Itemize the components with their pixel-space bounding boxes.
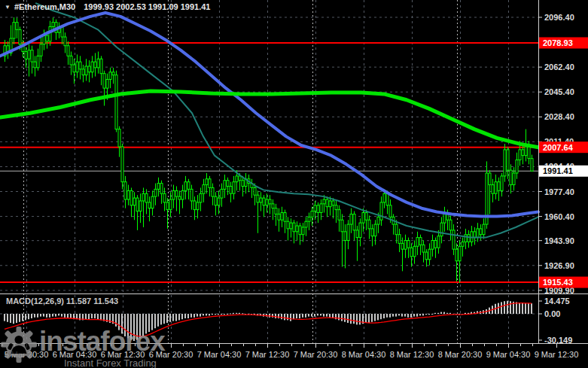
time-tick-label: 6 Mar 04:30 [53,350,97,359]
candle-body [154,189,157,196]
candle-body [519,150,521,160]
macd-bar [197,314,198,317]
candle-body [452,230,455,249]
candle-body [19,29,21,44]
candle-body [91,62,93,72]
macd-bar [49,314,50,318]
macd-bar [449,313,451,314]
macd-bar [154,314,156,328]
macd-bar [130,314,132,340]
macd-bar [163,314,165,324]
macd-bar [326,314,328,317]
macd-bar [419,314,421,315]
candle-body [221,189,223,198]
candle-body [422,245,425,252]
chart-canvas[interactable]: 2096.402062.402045.402028.402011.401994.… [0,0,588,368]
candle-body [383,193,385,202]
macd-bar [293,314,294,319]
macd-bar [329,314,331,318]
macd-bar [344,314,346,322]
macd-bar [528,303,529,314]
candle-body [215,196,217,205]
candle-body [82,69,84,75]
candle-body [34,62,36,68]
candle-body [480,229,482,235]
candle-body [317,205,319,213]
price-tick-label: 2028.40 [544,112,574,121]
candle-body [425,252,428,260]
macd-bar [284,314,285,320]
time-tick-label: 9 Mar 12:30 [535,350,579,359]
candle-body [76,62,78,72]
mt4-chart-window: 2096.402062.402045.402028.402011.401994.… [0,0,588,368]
candle-body [510,170,512,184]
macd-bar [401,314,403,317]
candle-body [124,182,126,199]
macd-bar [504,301,505,314]
candle-body [507,150,509,170]
macd-bar [308,314,309,317]
macd-scale-label: -30.149 [544,336,572,345]
candle-body [275,208,277,214]
time-axis: 5 Mar 20:306 Mar 04:306 Mar 12:306 Mar 2… [3,344,579,359]
price-tick-label: 1960.40 [544,212,574,221]
macd-bar [97,314,99,319]
macd-bar [317,314,318,315]
macd-bar [61,314,62,317]
candle-body [492,185,494,194]
candle-body [52,23,54,27]
macd-bar [145,314,147,333]
candle-body [326,199,328,207]
candle-body [407,240,410,248]
macd-bar [437,313,439,314]
macd-bar [166,314,168,323]
candle-body [305,221,307,227]
time-tick-label: 8 Mar 12:30 [390,350,434,359]
macd-bar [115,314,117,327]
price-tick-label: 1977.40 [544,187,574,196]
macd-bar [525,303,526,314]
macd-bar [416,314,418,317]
symbol-dropdown-icon[interactable]: ▼ [5,4,11,11]
macd-bar [40,314,41,317]
current-price-badge-label: 1991.41 [543,166,573,175]
candle-body [100,59,102,73]
macd-bar [85,314,87,319]
candle-body [145,193,148,202]
candle-body [28,50,30,59]
macd-bar [212,314,213,315]
macd-bar [206,314,207,315]
candle-body [371,229,373,236]
candle-body [365,213,367,220]
price-tick-label: 2062.40 [544,62,574,71]
macd-bar [16,314,17,323]
macd-bar [519,303,520,314]
macd-bar [58,314,59,315]
macd-bar [410,314,412,318]
candle-body [398,235,401,244]
macd-bar [230,313,231,314]
macd-bar [465,313,466,314]
candle-body [73,65,75,72]
macd-bar [64,314,66,318]
candle-body [341,220,343,232]
macd-bar [320,314,321,315]
candle-body [233,182,235,194]
macd-bar [242,313,243,314]
macd-bar [443,312,445,314]
candle-body [287,221,289,229]
candle-body [347,224,349,240]
ma-teal-line [36,3,538,237]
candle-body [413,246,416,257]
candle-body [43,35,45,44]
macd-bar [227,314,228,315]
candle-body [459,246,461,260]
time-tick-label: 7 Mar 20:30 [294,350,338,359]
candle-body [362,213,364,224]
candle-body [434,240,437,248]
macd-bar [290,314,291,321]
candle-body [335,205,337,210]
candle-body [85,66,87,75]
macd-bar [501,302,502,314]
gridlines [0,0,538,343]
